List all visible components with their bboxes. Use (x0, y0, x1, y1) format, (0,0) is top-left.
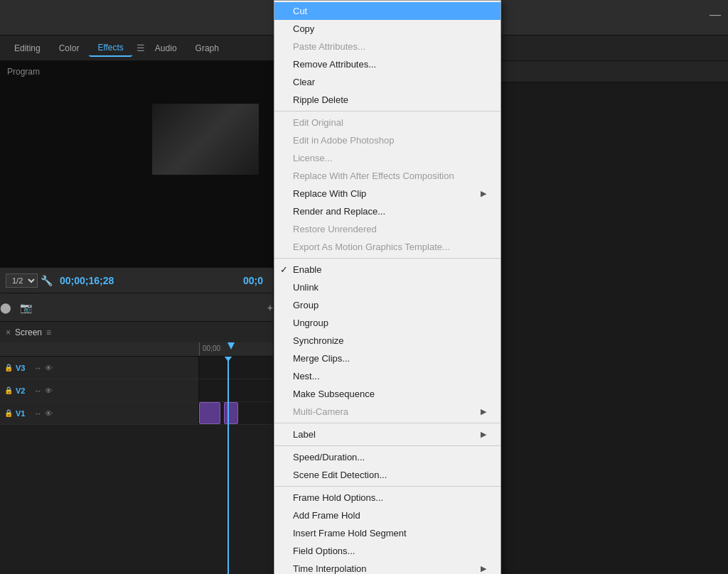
track-v1-lock-icon[interactable]: 🔒 (4, 409, 13, 417)
ctx-label-render-replace: Render and Replace... (293, 206, 385, 217)
ctx-item-license: License... (274, 149, 500, 167)
track-v1-content[interactable] (199, 402, 273, 424)
ctx-label-multi-camera: Multi-Camera (293, 406, 348, 417)
ctx-item-replace-after-effects: Replace With After Effects Composition (274, 167, 500, 185)
ctx-separator-27 (274, 445, 500, 446)
ctx-label-edit-photoshop: Edit in Adobe Photoshop (293, 135, 394, 146)
ctx-item-ungroup[interactable]: Ungroup (274, 314, 500, 332)
track-v1-sync-icon[interactable]: ↔ (34, 409, 42, 418)
minimize-button[interactable]: — (710, 9, 721, 21)
ctx-label-remove-attributes: Remove Attributes... (293, 59, 376, 70)
ctx-item-group[interactable]: Group (274, 296, 500, 314)
ctx-separator-25 (274, 423, 500, 423)
ctx-item-field-options[interactable]: Field Options... (274, 542, 500, 560)
ctx-item-ripple-delete[interactable]: Ripple Delete (274, 91, 500, 109)
track-v2: 🔒 V2 ↔ 👁 (0, 379, 273, 402)
track-v3-lock-icon[interactable]: 🔒 (4, 364, 13, 372)
tab-graphics[interactable]: Graph (187, 40, 228, 56)
timeline-ruler: 00;00 (0, 342, 273, 357)
timeline-controls: 1/2 🔧 00;00;16;28 00;0 (0, 267, 273, 293)
ctx-item-enable[interactable]: ✓Enable (274, 261, 500, 278)
ctx-item-export-mgt: Export As Motion Graphics Template... (274, 238, 500, 256)
ctx-item-frame-hold-options[interactable]: Frame Hold Options... (274, 489, 500, 507)
ctx-item-synchronize[interactable]: Synchronize (274, 332, 500, 350)
ctx-item-label[interactable]: Label▶ (274, 426, 500, 443)
sequence-title: Screen (15, 327, 42, 337)
zoom-select[interactable]: 1/2 (6, 274, 38, 288)
track-v2-sync-icon[interactable]: ↔ (34, 386, 42, 395)
clip-block-2[interactable] (224, 402, 238, 424)
track-v3-label: V3 (16, 364, 31, 372)
ctx-label-label: Label (293, 429, 316, 440)
track-v2-controls: 🔒 V2 ↔ 👁 (0, 379, 199, 401)
ctx-label-cut: Cut (293, 6, 307, 16)
ctx-label-replace-clip: Replace With Clip (293, 188, 366, 199)
tab-effects[interactable]: Effects (89, 40, 132, 57)
ctx-label-insert-frame-hold: Insert Frame Hold Segment (293, 528, 407, 538)
ctx-separator-6 (274, 111, 500, 112)
ctx-item-time-interpolation[interactable]: Time Interpolation▶ (274, 560, 500, 574)
sequence-menu-icon[interactable]: ≡ (46, 327, 51, 337)
ctx-item-edit-photoshop: Edit in Adobe Photoshop (274, 131, 500, 149)
submenu-arrow-time-interpolation: ▶ (481, 564, 486, 573)
wrench-icon[interactable]: 🔧 (41, 275, 53, 286)
track-v2-lock-icon[interactable]: 🔒 (4, 386, 13, 394)
ctx-label-ungroup: Ungroup (293, 318, 328, 328)
ctx-label-replace-after-effects: Replace With After Effects Composition (293, 170, 454, 181)
submenu-arrow-multi-camera: ▶ (481, 407, 486, 416)
playback-controls: ⬤ 📷 + (0, 293, 273, 321)
tab-color[interactable]: Color (50, 40, 88, 56)
ctx-label-time-interpolation: Time Interpolation (293, 563, 367, 574)
ctx-label-paste-attributes: Paste Attributes... (293, 41, 365, 52)
ctx-separator-15 (274, 258, 500, 259)
add-marker-icon[interactable]: ⬤ (0, 302, 11, 313)
effects-menu-icon[interactable]: ☰ (136, 43, 145, 53)
ctx-label-merge-clips: Merge Clips... (293, 353, 350, 364)
track-v1-label: V1 (16, 409, 31, 418)
preview-content (0, 61, 273, 267)
camera-icon[interactable]: 📷 (20, 302, 32, 313)
check-icon: ✓ (280, 264, 288, 275)
ctx-separator-30 (274, 486, 500, 487)
ctx-item-replace-clip[interactable]: Replace With Clip▶ (274, 185, 500, 202)
clip-block-1[interactable] (199, 402, 220, 424)
ctx-label-add-frame-hold: Add Frame Hold (293, 510, 360, 521)
ctx-label-restore-unrendered: Restore Unrendered (293, 224, 377, 234)
ctx-item-add-frame-hold[interactable]: Add Frame Hold (274, 507, 500, 524)
submenu-arrow-replace-clip: ▶ (481, 189, 486, 198)
track-v2-content[interactable] (199, 379, 273, 401)
preview-thumbnail (152, 104, 259, 175)
ctx-item-clear[interactable]: Clear (274, 73, 500, 91)
ctx-item-scene-edit[interactable]: Scene Edit Detection... (274, 466, 500, 484)
left-panel: Program 1/2 🔧 00;00;16;28 00;0 ⬤ 📷 + (0, 61, 274, 574)
ctx-item-remove-attributes[interactable]: Remove Attributes... (274, 55, 500, 73)
track-v2-eye-icon[interactable]: 👁 (45, 386, 53, 395)
add-track-icon[interactable]: + (267, 302, 273, 313)
playhead-triangle (224, 357, 232, 362)
ctx-item-nest[interactable]: Nest... (274, 367, 500, 385)
tab-audio[interactable]: Audio (146, 40, 186, 56)
ctx-item-make-subsequence[interactable]: Make Subsequence (274, 385, 500, 403)
sequence-close-button[interactable]: × (6, 327, 11, 337)
track-v1-eye-icon[interactable]: 👁 (45, 409, 53, 418)
ctx-item-merge-clips[interactable]: Merge Clips... (274, 350, 500, 367)
playhead-ruler-marker (228, 342, 235, 357)
track-v3-content[interactable] (199, 357, 273, 379)
ctx-item-speed-duration[interactable]: Speed/Duration... (274, 448, 500, 466)
tab-editing[interactable]: Editing (6, 40, 49, 56)
track-v3-eye-icon[interactable]: 👁 (45, 364, 53, 372)
ctx-label-nest: Nest... (293, 371, 320, 381)
ctx-item-cut[interactable]: Cut (274, 2, 500, 20)
track-v3-sync-icon[interactable]: ↔ (34, 364, 42, 372)
ctx-item-insert-frame-hold[interactable]: Insert Frame Hold Segment (274, 524, 500, 542)
track-area: 🔒 V3 ↔ 👁 🔒 V2 ↔ 👁 (0, 357, 273, 574)
ctx-label-synchronize: Synchronize (293, 335, 344, 346)
ctx-label-clear: Clear (293, 77, 315, 87)
ctx-item-unlink[interactable]: Unlink (274, 278, 500, 296)
ctx-label-enable: Enable (293, 264, 321, 275)
ruler-marker-0 (199, 342, 200, 356)
ctx-item-copy[interactable]: Copy (274, 20, 500, 38)
submenu-arrow-label: ▶ (481, 430, 486, 439)
ctx-item-restore-unrendered: Restore Unrendered (274, 220, 500, 238)
ctx-item-render-replace[interactable]: Render and Replace... (274, 202, 500, 220)
